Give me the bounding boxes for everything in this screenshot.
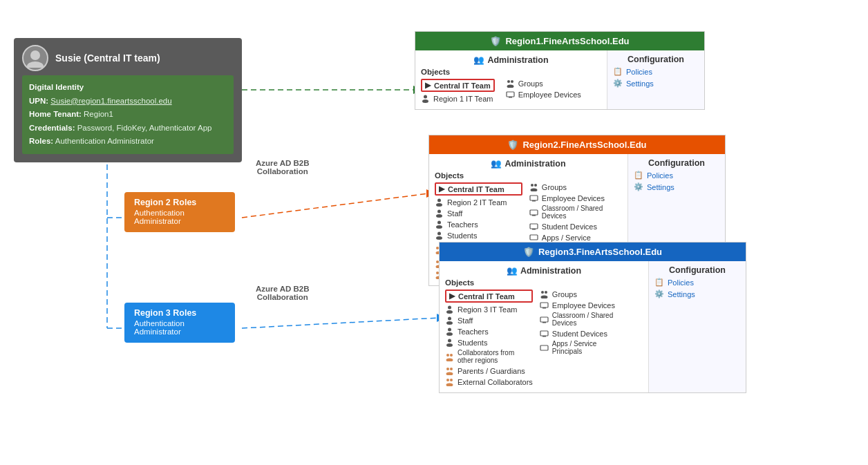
region1-groups: Groups (506, 79, 581, 88)
svg-point-19 (436, 203, 442, 207)
region3-gear-icon: ⚙️ (654, 290, 664, 298)
region3-parents: Parents / Guardians (445, 366, 533, 375)
region3-icon: 🛡️ (523, 247, 534, 257)
svg-point-14 (511, 80, 513, 83)
svg-point-21 (436, 214, 442, 218)
region3-central-it-team: ▶Central IT Team (445, 290, 533, 303)
region2-roles-title: Region 2 Roles (134, 198, 225, 207)
region1-header: 🛡️ Region1.FineArtsSchool.Edu (415, 32, 704, 50)
region2-student-devices: Student Devices (529, 222, 605, 231)
susie-card: Susie (Central IT team) Digital Identity… (14, 38, 242, 162)
svg-point-61 (446, 383, 453, 387)
region3-admin-icon: 👥 (507, 265, 518, 276)
svg-rect-70 (542, 336, 546, 337)
svg-point-59 (446, 379, 449, 381)
region3-roles-box: Region 3 Roles AuthenticationAdministrat… (124, 303, 235, 343)
region1-employee-devices: Employee Devices (506, 90, 581, 99)
svg-point-11 (424, 95, 427, 99)
susie-avatar (22, 45, 48, 71)
svg-point-62 (541, 291, 544, 294)
region1-region1-it-team: Region 1 IT Team (421, 94, 495, 103)
region1-title: Region1.FineArtsSchool.Edu (505, 36, 629, 46)
svg-point-12 (422, 99, 428, 103)
svg-point-63 (545, 291, 547, 294)
region3-doc-icon: 📋 (654, 278, 664, 287)
azure-b2b-mid-label: Azure AD B2B Collaboration (256, 276, 310, 301)
region2-config-header: Configuration (634, 158, 719, 168)
svg-point-64 (540, 296, 547, 299)
svg-point-47 (448, 317, 451, 321)
svg-rect-42 (530, 224, 538, 229)
svg-point-56 (446, 368, 449, 370)
region3-apps: Apps / ServicePrincipals (540, 340, 615, 355)
region1-admin-header: 👥 Administration (421, 55, 601, 65)
region3-header: 🛡️ Region3.FineArtsSchool.Edu (440, 243, 746, 261)
region1-policies[interactable]: 📋 Policies (613, 67, 699, 76)
region3-roles-title: Region 3 Roles (134, 308, 225, 318)
svg-rect-43 (532, 229, 536, 230)
svg-point-20 (437, 210, 441, 213)
region1-col1: ▶ Central IT Team Region 1 IT Team (421, 79, 495, 105)
svg-point-25 (436, 236, 442, 240)
region3-tenant-box: 🛡️ Region3.FineArtsSchool.Edu 👥 Administ… (439, 242, 746, 393)
region2-employee-devices: Employee Devices (529, 193, 605, 202)
susie-name: Susie (Central IT team) (55, 53, 160, 64)
region1-config-header: Configuration (613, 55, 699, 64)
region2-staff: Staff (435, 209, 522, 218)
region3-settings[interactable]: ⚙️ Settings (654, 290, 740, 298)
region3-body: 👥 Administration Objects ▶Central IT Tea… (440, 261, 746, 392)
region1-central-it-team: ▶ Central IT Team (421, 79, 495, 92)
svg-rect-65 (540, 303, 548, 307)
region2-roles-subtitle: AuthenticationAdministrator (134, 209, 225, 225)
region3-title: Region3.FineArtsSchool.Edu (538, 247, 662, 257)
svg-line-6 (242, 318, 439, 328)
svg-point-36 (534, 184, 537, 187)
svg-rect-16 (507, 92, 514, 97)
region3-external: External Collaborators (445, 377, 533, 386)
svg-point-23 (436, 225, 442, 229)
region3-groups: Groups (540, 290, 615, 298)
region2-apps: Apps / Service (529, 233, 605, 242)
svg-point-50 (446, 332, 453, 336)
region3-roles-subtitle: AuthenticationAdministrator (134, 319, 225, 336)
region2-settings[interactable]: ⚙️ Settings (634, 182, 719, 191)
region1-tenant-box: 🛡️ Region1.FineArtsSchool.Edu 👥 Administ… (415, 31, 705, 110)
region3-objects-label: Objects (445, 278, 643, 287)
region3-students: Students (445, 338, 533, 347)
svg-point-18 (437, 199, 441, 202)
svg-rect-67 (540, 317, 548, 322)
susie-body: Digital Identity UPN: Susie@region1.fine… (22, 75, 234, 154)
region2-admin-header: 👥 Administration (435, 158, 622, 169)
region1-settings[interactable]: ⚙️ Settings (613, 79, 699, 88)
svg-point-57 (450, 368, 453, 370)
region1-admin-icon: 👥 (473, 55, 484, 65)
region2-classroom-devices: Classroom / SharedDevices (529, 205, 605, 220)
region2-doc-icon: 📋 (634, 171, 643, 180)
region2-central-it-team: ▶Central IT Team (435, 182, 522, 196)
region3-employee-devices: Employee Devices (540, 301, 615, 310)
region2-policies[interactable]: 📋 Policies (634, 171, 719, 180)
region2-header: 🛡️ Region2.FineArtsSchool.Edu (429, 135, 725, 154)
svg-rect-71 (540, 345, 548, 350)
svg-rect-41 (532, 215, 536, 216)
region2-region2-it-team: Region 2 IT Team (435, 198, 522, 207)
region2-students: Students (435, 231, 522, 240)
svg-point-60 (450, 379, 453, 381)
svg-point-55 (446, 358, 453, 361)
svg-point-15 (507, 85, 513, 88)
region3-policies[interactable]: 📋 Policies (654, 278, 740, 287)
roles-row: Roles: Authentication Administrator (29, 135, 227, 149)
region1-col2: Groups Employee Devices (506, 79, 581, 105)
region2-teachers: Teachers (435, 220, 522, 229)
region1-config: Configuration 📋 Policies ⚙️ Settings (607, 50, 704, 109)
credentials-row: Credentials: Password, FidoKey, Authenti… (29, 122, 227, 135)
svg-point-48 (446, 321, 453, 325)
region2-title: Region2.FineArtsSchool.Edu (522, 140, 646, 150)
svg-point-46 (446, 310, 453, 314)
svg-rect-17 (509, 97, 512, 98)
region3-col2: Groups Employee Devices Classroom / Shar… (540, 290, 615, 388)
region3-admin: 👥 Administration Objects ▶Central IT Tea… (440, 261, 649, 392)
region2-admin-icon: 👥 (491, 158, 502, 169)
diagram-container: Susie (Central IT team) Digital Identity… (0, 0, 868, 465)
svg-point-37 (530, 189, 537, 192)
